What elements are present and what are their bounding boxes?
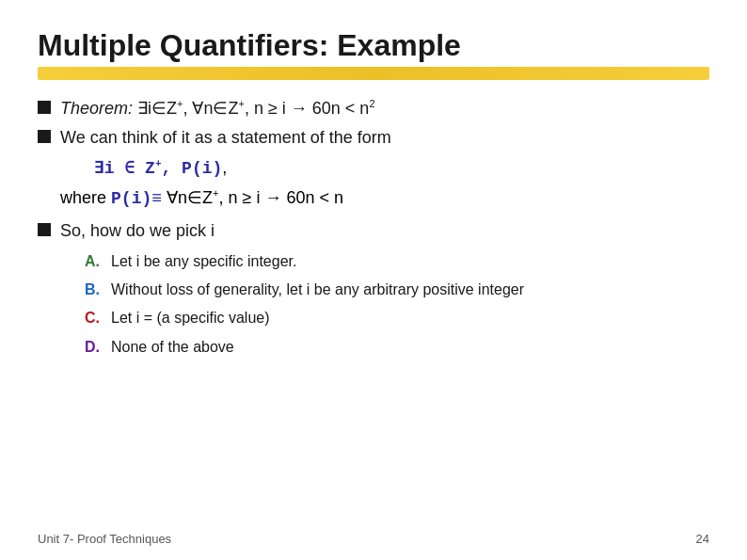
comma: , bbox=[222, 158, 227, 177]
option-b-block: B. Without loss of generality, let i be … bbox=[85, 280, 709, 300]
footer: Unit 7- Proof Techniques 24 bbox=[38, 532, 709, 546]
bullet2-text: We can think of it as a statement of the… bbox=[60, 126, 391, 150]
bullet-square-1 bbox=[38, 101, 51, 114]
pi-equiv: P(i)≡ bbox=[111, 189, 162, 208]
bullet-1: Theorem: ∃i∈Z+, ∀n∈Z+, n ≥ i → 60n < n2 bbox=[38, 97, 709, 120]
exists-i: ∃i ∈ Z+, P(i) bbox=[94, 159, 222, 178]
where-text: where bbox=[60, 188, 111, 207]
bullet-square-2 bbox=[38, 130, 51, 143]
indent-line-1: ∃i ∈ Z+, P(i), bbox=[94, 155, 709, 182]
option-c-text: Let i = (a specific value) bbox=[111, 308, 270, 328]
option-a-text: Let i be any specific integer. bbox=[111, 251, 296, 272]
highlight-bar bbox=[38, 67, 709, 80]
forall-text: ∀n∈Z+, n ≥ i → 60n < n bbox=[167, 188, 343, 207]
bullet-square-3 bbox=[38, 223, 51, 236]
bullet-3: So, how do we pick i bbox=[38, 219, 709, 243]
option-c-line: C. Let i = (a specific value) bbox=[85, 308, 709, 328]
option-a-line: A. Let i be any specific integer. bbox=[85, 251, 709, 272]
indent-block-1: ∃i ∈ Z+, P(i), bbox=[94, 155, 709, 182]
option-d-letter: D. bbox=[85, 337, 103, 358]
slide-title: Multiple Quantifiers: Example bbox=[38, 28, 709, 63]
bullet3-text: So, how do we pick i bbox=[60, 219, 215, 243]
slide: Multiple Quantifiers: Example Theorem: ∃… bbox=[0, 0, 747, 560]
footer-left: Unit 7- Proof Techniques bbox=[38, 532, 171, 546]
bullet-2: We can think of it as a statement of the… bbox=[38, 126, 709, 150]
option-d-text: None of the above bbox=[111, 337, 234, 358]
option-c-block: C. Let i = (a specific value) bbox=[85, 308, 709, 328]
option-b-line: B. Without loss of generality, let i be … bbox=[85, 280, 709, 300]
option-d-line: D. None of the above bbox=[85, 337, 709, 358]
option-c-letter: C. bbox=[85, 308, 103, 328]
option-a-letter: A. bbox=[85, 251, 103, 272]
option-d-block: D. None of the above bbox=[85, 337, 709, 358]
where-line: where P(i)≡ ∀n∈Z+, n ≥ i → 60n < n bbox=[60, 185, 709, 212]
option-b-letter: B. bbox=[85, 280, 103, 300]
option-b-text: Without loss of generality, let i be any… bbox=[111, 280, 524, 300]
footer-right: 24 bbox=[696, 532, 709, 546]
option-a-block: A. Let i be any specific integer. bbox=[85, 251, 709, 272]
theorem-text: Theorem: ∃i∈Z+, ∀n∈Z+, n ≥ i → 60n < n2 bbox=[60, 97, 375, 120]
